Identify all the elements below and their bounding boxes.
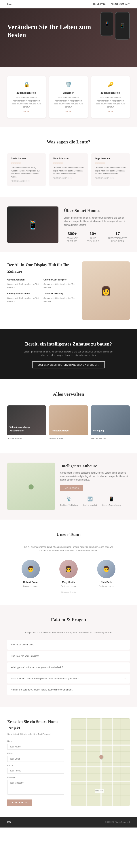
manage-card-3: Verfügung Text der erläutert. [91,405,130,442]
smart-homes-title: Über Smart Homes [64,207,130,214]
email-label: E-Mail [7,752,64,755]
name-label: Name [7,740,64,743]
card-3-icon: 🔑 [95,81,126,89]
manage-card-3-image: Verfügung [91,405,130,435]
testimonial-3: Olga Ivanova ★★★★★ Proin sed libero enim… [91,153,130,186]
nav-about[interactable]: ABOUT COMPANY [111,2,130,6]
map-road-v3 [112,718,113,806]
phone-mockup-2: 📱 [115,12,130,39]
central-icon: 🔄 [83,496,97,502]
cards-section: 🔒 Zugangskontrolle Duis aute irure dolor… [0,67,137,127]
nav-logo: logo [7,2,11,6]
faq-expand-icon-3: + [124,665,126,670]
faq-item-3[interactable]: What types of customers have you most wo… [7,662,130,672]
stat-1-value: 300+ [64,230,80,237]
feature-4-title: 10-Zoll-HD-Display [43,292,77,296]
manage-title: Alles verwalten [7,391,130,398]
manage-card-2: Temperaturregler Text der erläutert. [49,405,88,442]
team-member-2-role: Business Leader [51,585,86,588]
faq-expand-icon-2: + [124,654,126,658]
faq-expand-icon-4: + [124,676,126,681]
intelligent-title: Intelligentes Zuhause [60,463,130,469]
footer-logo: logo [7,820,11,824]
name-input[interactable] [7,744,64,750]
hero-title: Verändern Sie Ihr Leben zum Besten [7,23,99,39]
team-member-1: 👨 Robert Braun Business Leader [14,560,48,588]
feature-4: 10-Zoll-HD-Display Sample text. Click to… [43,292,77,303]
manage-card-1-title: Videoüberwachung Außenbereich [9,426,44,433]
testimonials-title: Was sagen die Leute? [7,138,130,146]
team-member-2-name: Mary Smith [51,580,86,584]
map-visual: New York [71,718,130,806]
email-input[interactable] [7,756,64,762]
cards-grid: 🔒 Zugangskontrolle Duis aute irure dolor… [7,76,130,118]
feature-3: 6,5-Megapixel-Kamera Sample text. Click … [7,292,41,303]
faq-question-3: What types of customers have you most wo… [11,665,63,669]
phone-label: Phone [7,764,64,767]
faq-section: Fakten & Fragen Sample text. Click to se… [0,605,137,707]
faq-item-2[interactable]: How Fast Are Your Services? + [7,651,130,661]
submit-button[interactable]: STARTE JETZT [7,800,32,806]
icon-feat-1: 📡 Drahtlose Verbindung [60,496,78,510]
faq-item-1[interactable]: How much does it cost? + [7,640,130,650]
navigation: logo HOME PAGE ABOUT COMPANY [0,0,137,8]
smart-homes-section: 📱 Über Smart Homes Lorem ipsum dolor sit… [0,197,137,252]
testimonial-1: Stella Larsen ★★★★★ Lorem ipsum dolor si… [7,153,46,186]
all-in-one-content: Der All-in-One-Display-Hub für Ihr Zuhau… [7,261,77,320]
cta-title: Bereit, ein intelligentes Zuhause zu bau… [7,340,130,348]
manage-card-1-body: Text der erläutert. [7,435,46,442]
testimonial-3-stars: ★★★★★ [95,161,126,165]
testimonials-section: Was sagen die Leute? Stella Larsen ★★★★★… [0,127,137,197]
manage-card-3-body: Text der erläutert. [91,435,130,442]
nav-links: HOME PAGE ABOUT COMPANY [93,2,130,6]
card-3-link[interactable]: MEHR [107,110,113,113]
phone-input[interactable] [7,768,64,774]
testimonial-3-date: POSTING, JUNE 2020 [95,177,126,180]
card-2-title: Sicherheit [53,91,84,95]
smart-homes-text: Lorem ipsum dolor sit amet, consectetur … [64,216,130,227]
intelligent-section: ● Intelligentes Zuhause Sample text. Cli… [0,454,137,520]
footer-copyright: © 2020 All Rights Reserved [105,820,130,824]
stat-3: 17 AUSGEZEICHNETER LEISTUNGEN [105,230,130,243]
card-2-icon: 🛡️ [53,81,84,89]
contact-subtitle: Sample text. Click to select the Text El… [7,733,64,736]
manage-card-1-image: Videoüberwachung Außenbereich [7,405,46,435]
testimonial-1-name: Stella Larsen [11,157,42,160]
email-field: E-Mail [7,752,64,762]
team-member-3-name: Nick Dark [89,580,123,584]
message-input[interactable] [7,780,64,795]
all-in-one-image: 👩 [82,261,130,320]
manage-card-1: Videoüberwachung Außenbereich Text der e… [7,405,46,442]
card-2-link[interactable]: MEHR [65,110,72,113]
smart-homes-image: 📱 [7,207,58,243]
cta-button[interactable]: VOLLSTÄNDIGES KOSTENVORANSCHLAG ANFORDER… [32,362,104,368]
testimonial-2-text: Proin sed libero enim sed faucibus turpi… [53,166,84,175]
testimonial-3-text: Proin sed libero enim sed faucibus turpi… [95,166,126,175]
card-2-text: Duis aute irure dolor in reprehenderit i… [53,96,84,108]
faq-item-5[interactable]: Nam ut orci odio dolor. Integer iaculis … [7,685,130,695]
manage-card-2-body: Text der erläutert. [49,435,88,442]
testimonial-3-name: Olga Ivanova [95,157,126,160]
icon-feat-2: 🔄 Zentral verwaltet [83,496,97,510]
phone-mockup-1: 📱 [100,12,113,36]
icon-feat-2-label: Zentral verwaltet [83,504,97,507]
faq-item-4[interactable]: What education and/or training do you ha… [7,674,130,684]
faq-expand-icon-5: + [124,687,126,692]
testimonial-2: Nick Johnson ★★★★★ Proin sed libero enim… [49,153,88,186]
mehr-sehen-button[interactable]: MEHR SEHEN [60,485,83,491]
card-1-link[interactable]: MEHR [24,110,30,113]
cta-text: Lorem ipsum dolor sit amet, consectetur … [23,350,114,357]
card-1-text: Duis aute irure dolor in reprehenderit i… [11,96,42,108]
team-member-2: 👩 Mary Smith Business Leader [51,560,86,588]
intelligent-image: ● [7,463,55,510]
message-label: Message [7,776,64,779]
manage-card-3-title: Verfügung [93,429,104,433]
testimonials-grid: Stella Larsen ★★★★★ Lorem ipsum dolor si… [7,153,130,186]
testimonial-2-date: POSTING, JUNE 2020 [53,177,84,180]
name-field: Name [7,740,64,750]
card-3-title: Zugangskontrolle [95,91,126,95]
feature-1: Google Assistant Sample text. Click to s… [7,278,41,289]
nav-home[interactable]: HOME PAGE [93,2,106,6]
card-1: 🔒 Zugangskontrolle Duis aute irure dolor… [7,76,46,118]
team-subtitle: Bis zu einem gewissen Grad ist es uns ge… [23,546,114,552]
